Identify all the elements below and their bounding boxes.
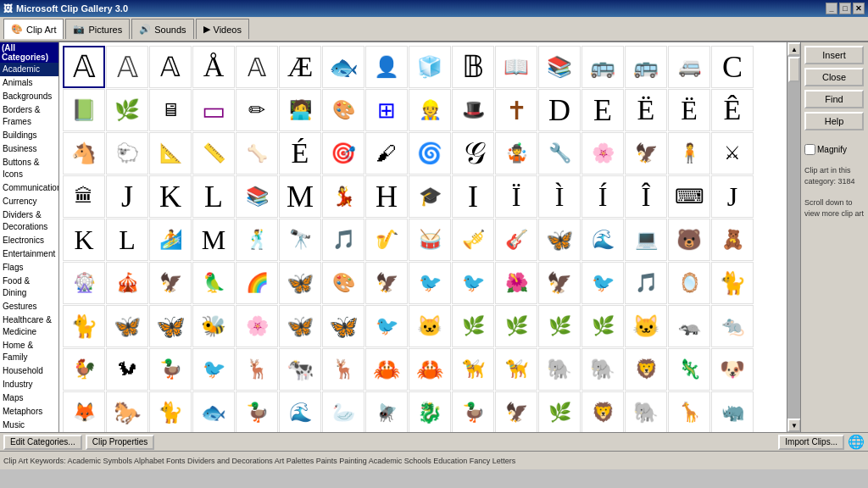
sidebar-item-food---dining[interactable]: Food & Dining <box>0 274 58 300</box>
clip-cell[interactable]: 💻 <box>625 219 667 261</box>
clip-cell[interactable]: 🦢 <box>322 391 364 432</box>
sidebar-item-buildings[interactable]: Buildings <box>0 129 58 142</box>
clip-cell[interactable]: 🌊 <box>581 219 624 261</box>
clip-cell[interactable]: 🎡 <box>63 262 105 304</box>
clip-cell[interactable]: ⌨ <box>668 175 710 218</box>
clip-cell[interactable]: 📐 <box>149 132 192 175</box>
edit-categories-button[interactable]: Edit Categories... <box>3 435 82 450</box>
clip-cell[interactable]: 🦒 <box>668 391 710 432</box>
clip-cell[interactable]: 🐶 <box>711 348 754 391</box>
clip-cell[interactable]: 🦅 <box>625 132 667 175</box>
clip-cell[interactable]: 🐿 <box>106 348 148 391</box>
clip-cell[interactable]: K <box>149 175 192 218</box>
clip-cell[interactable]: L <box>106 219 148 261</box>
clip-cell[interactable]: 𝔸 <box>236 46 278 88</box>
clip-cell[interactable]: 🎩 <box>452 89 494 131</box>
clip-cell[interactable]: 🐈 <box>711 262 754 304</box>
clip-cell[interactable]: 🕺 <box>236 219 278 261</box>
clip-cell[interactable]: 🐓 <box>63 348 105 391</box>
scroll-track[interactable] <box>787 56 800 419</box>
tab-clip-art[interactable]: 🎨 Clip Art <box>3 19 64 39</box>
clip-cell[interactable]: 🦋 <box>279 305 321 347</box>
clip-cell[interactable]: 🐦 <box>192 348 235 391</box>
clip-cell[interactable]: 🎓 <box>409 175 451 218</box>
clip-cell[interactable]: 🎯 <box>322 132 364 175</box>
clip-cell[interactable]: L <box>192 175 235 218</box>
sidebar-item-maps[interactable]: Maps <box>0 391 58 405</box>
clip-cell[interactable]: 🐈 <box>149 391 192 432</box>
clip-cell[interactable]: 📚 <box>538 46 581 88</box>
clip-cell[interactable]: 🌸 <box>581 132 624 175</box>
clip-cell[interactable]: 🐎 <box>106 391 148 432</box>
clip-cell[interactable]: M <box>279 175 321 218</box>
clip-cell[interactable]: 🖥 <box>149 89 192 131</box>
clip-cell[interactable]: 🦁 <box>625 348 667 391</box>
clip-cell[interactable]: 🐘 <box>538 348 581 391</box>
sidebar-item-entertainment[interactable]: Entertainment <box>0 247 58 261</box>
sidebar-item-academic[interactable]: Academic <box>0 63 58 76</box>
close-button[interactable]: Close <box>804 68 864 86</box>
clip-cell[interactable]: 🌿 <box>106 89 148 131</box>
sidebar-item-borders---frames[interactable]: Borders & Frames <box>0 103 58 129</box>
clip-cell[interactable]: H <box>365 175 408 218</box>
clip-cell[interactable]: 🌈 <box>236 262 278 304</box>
sidebar-item-dividers---decorations[interactable]: Dividers & Decorations <box>0 208 58 234</box>
clip-cell[interactable]: J <box>711 175 754 218</box>
sidebar-item-business[interactable]: Business <box>0 142 58 156</box>
sidebar-item-electronics[interactable]: Electronics <box>0 234 58 247</box>
insert-button[interactable]: Insert <box>804 46 864 64</box>
sidebar-item-backgrounds[interactable]: Backgrounds <box>0 90 58 103</box>
magnify-checkbox[interactable] <box>804 144 815 155</box>
clip-cell[interactable]: 🦮 <box>495 348 537 391</box>
clip-cell[interactable]: 🖌 <box>365 132 408 175</box>
find-button[interactable]: Find <box>804 90 864 108</box>
clip-cell[interactable]: ⊞ <box>365 89 408 131</box>
clip-cell[interactable]: 🦅 <box>149 262 192 304</box>
clip-cell[interactable]: 🏛 <box>63 175 105 218</box>
clip-cell[interactable]: 🎷 <box>365 219 408 261</box>
clip-cell[interactable]: 🏄 <box>149 219 192 261</box>
sidebar-item-communication[interactable]: Communication <box>0 181 58 195</box>
tab-videos[interactable]: ▶ Videos <box>196 19 249 39</box>
scroll-down-button[interactable]: ▼ <box>787 419 801 432</box>
clip-cell[interactable]: Å <box>192 46 235 88</box>
sidebar-item-household[interactable]: Household <box>0 364 58 378</box>
help-button[interactable]: Help <box>804 112 864 130</box>
clip-cell[interactable]: 🎺 <box>452 219 494 261</box>
sidebar-item-music[interactable]: Music <box>0 419 58 432</box>
sidebar-item-buttons---icons[interactable]: Buttons & Icons <box>0 156 58 181</box>
clip-cell[interactable]: 🥁 <box>409 219 451 261</box>
clip-cell[interactable]: 🦌 <box>322 348 364 391</box>
minimize-button[interactable]: _ <box>826 3 837 14</box>
clip-cell[interactable]: 🐘 <box>581 348 624 391</box>
clip-cell[interactable]: ⚔ <box>711 132 754 175</box>
clip-cell[interactable]: K <box>63 219 105 261</box>
clip-cell[interactable]: 𝒢 <box>452 132 494 175</box>
sidebar-item-industry[interactable]: Industry <box>0 378 58 391</box>
clip-cell[interactable]: 🐟 <box>192 391 235 432</box>
clip-cell[interactable]: É <box>279 132 321 175</box>
clip-cell[interactable]: 🐝 <box>192 305 235 347</box>
scroll-up-button[interactable]: ▲ <box>787 42 801 56</box>
clip-cell[interactable]: C <box>711 46 754 88</box>
clip-cell[interactable]: 🎵 <box>322 219 364 261</box>
clip-cell[interactable]: 🌿 <box>452 305 494 347</box>
clip-cell[interactable]: 🦊 <box>63 391 105 432</box>
clip-cell[interactable]: 🐦 <box>581 262 624 304</box>
clip-cell[interactable]: 🦆 <box>452 391 494 432</box>
clip-cell[interactable]: Ë <box>625 89 667 131</box>
clip-cell[interactable]: 🦅 <box>365 262 408 304</box>
clip-cell[interactable]: 📏 <box>192 132 235 175</box>
sidebar-item-flags[interactable]: Flags <box>0 261 58 274</box>
clip-cell[interactable]: 🐀 <box>711 305 754 347</box>
sidebar-item-metaphors[interactable]: Metaphors <box>0 405 58 419</box>
clip-cell[interactable]: 🐦 <box>365 305 408 347</box>
scroll-thumb[interactable] <box>788 57 800 82</box>
clip-cell[interactable]: 🔧 <box>538 132 581 175</box>
maximize-button[interactable]: □ <box>839 3 851 14</box>
clip-cell[interactable]: Î <box>625 175 667 218</box>
clip-cell[interactable]: E <box>581 89 624 131</box>
clip-cell[interactable]: 📚 <box>236 175 278 218</box>
close-button[interactable]: ✕ <box>853 3 865 14</box>
clip-cell[interactable]: 🦆 <box>149 348 192 391</box>
